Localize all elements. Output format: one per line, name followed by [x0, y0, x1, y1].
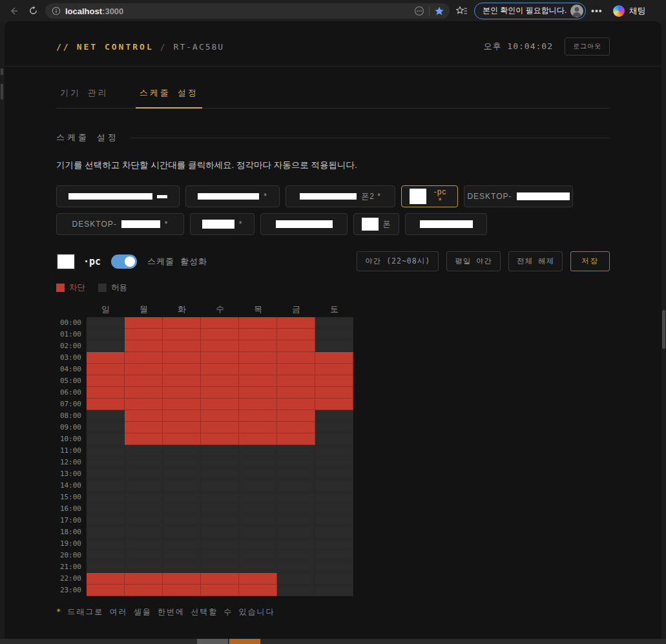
schedule-cell-allowed[interactable]: [201, 515, 239, 526]
schedule-cell-blocked[interactable]: [163, 410, 201, 422]
schedule-cell-blocked[interactable]: [87, 399, 125, 410]
schedule-cell-blocked[interactable]: [125, 433, 163, 445]
schedule-cell-allowed[interactable]: [239, 526, 277, 538]
device-button-4[interactable]: -pc *: [401, 185, 458, 207]
schedule-cell-blocked[interactable]: [201, 317, 239, 329]
scrollbar-thumb[interactable]: [662, 310, 665, 349]
schedule-cell-allowed[interactable]: [163, 468, 201, 480]
device-button-5[interactable]: DESKTOP-: [464, 185, 573, 207]
schedule-cell-allowed[interactable]: [315, 457, 353, 468]
schedule-cell-allowed[interactable]: [315, 526, 353, 538]
schedule-cell-allowed[interactable]: [87, 515, 125, 526]
schedule-cell-allowed[interactable]: [87, 561, 125, 573]
schedule-cell-blocked[interactable]: [239, 422, 277, 433]
schedule-cell-blocked[interactable]: [239, 387, 277, 399]
schedule-cell-allowed[interactable]: [87, 538, 125, 550]
schedule-cell-blocked[interactable]: [201, 375, 239, 387]
schedule-cell-allowed[interactable]: [315, 340, 353, 352]
schedule-cell-allowed[interactable]: [277, 585, 315, 596]
tab-devices[interactable]: 기기 관리: [56, 87, 112, 108]
schedule-cell-allowed[interactable]: [87, 480, 125, 492]
schedule-cell-blocked[interactable]: [239, 585, 277, 596]
taskbar-item-orange[interactable]: [229, 639, 260, 644]
schedule-cell-allowed[interactable]: [125, 457, 163, 468]
schedule-cell-blocked[interactable]: [125, 317, 163, 329]
schedule-cell-allowed[interactable]: [201, 561, 239, 573]
refresh-icon[interactable]: [26, 4, 40, 18]
schedule-cell-allowed[interactable]: [239, 480, 277, 492]
device-button-8[interactable]: [260, 213, 348, 235]
schedule-cell-allowed[interactable]: [277, 550, 315, 561]
schedule-cell-blocked[interactable]: [277, 340, 315, 352]
schedule-cell-blocked[interactable]: [239, 573, 277, 585]
schedule-cell-allowed[interactable]: [163, 550, 201, 561]
schedule-cell-allowed[interactable]: [239, 515, 277, 526]
schedule-cell-allowed[interactable]: [277, 492, 315, 503]
schedule-cell-allowed[interactable]: [315, 585, 353, 596]
schedule-cell-allowed[interactable]: [277, 526, 315, 538]
schedule-cell-allowed[interactable]: [201, 457, 239, 468]
schedule-cell-allowed[interactable]: [163, 503, 201, 515]
schedule-cell-blocked[interactable]: [125, 573, 163, 585]
schedule-cell-blocked[interactable]: [315, 364, 353, 375]
address-bar[interactable]: localhost:3000: [45, 3, 450, 19]
schedule-cell-allowed[interactable]: [315, 515, 353, 526]
schedule-cell-allowed[interactable]: [87, 457, 125, 468]
schedule-cell-allowed[interactable]: [87, 468, 125, 480]
schedule-cell-allowed[interactable]: [87, 445, 125, 457]
schedule-cell-allowed[interactable]: [315, 468, 353, 480]
schedule-cell-allowed[interactable]: [125, 538, 163, 550]
schedule-cell-blocked[interactable]: [277, 352, 315, 364]
schedule-cell-blocked[interactable]: [87, 585, 125, 596]
schedule-cell-allowed[interactable]: [315, 503, 353, 515]
schedule-cell-allowed[interactable]: [163, 538, 201, 550]
schedule-cell-blocked[interactable]: [163, 422, 201, 433]
schedule-cell-blocked[interactable]: [277, 433, 315, 445]
schedule-cell-allowed[interactable]: [239, 457, 277, 468]
schedule-cell-allowed[interactable]: [315, 410, 353, 422]
schedule-cell-allowed[interactable]: [315, 433, 353, 445]
device-button-10[interactable]: [405, 213, 487, 235]
schedule-cell-allowed[interactable]: [201, 480, 239, 492]
schedule-cell-blocked[interactable]: [125, 387, 163, 399]
preset-button-1[interactable]: 야간 (22~08시): [357, 251, 439, 271]
schedule-cell-blocked[interactable]: [315, 375, 353, 387]
schedule-cell-allowed[interactable]: [277, 457, 315, 468]
schedule-cell-allowed[interactable]: [163, 515, 201, 526]
schedule-cell-allowed[interactable]: [277, 480, 315, 492]
schedule-cell-blocked[interactable]: [277, 329, 315, 340]
schedule-cell-blocked[interactable]: [201, 329, 239, 340]
schedule-cell-allowed[interactable]: [125, 526, 163, 538]
schedule-cell-blocked[interactable]: [87, 573, 125, 585]
schedule-cell-blocked[interactable]: [163, 573, 201, 585]
schedule-cell-blocked[interactable]: [277, 317, 315, 329]
schedule-cell-blocked[interactable]: [125, 364, 163, 375]
schedule-cell-allowed[interactable]: [315, 573, 353, 585]
schedule-cell-blocked[interactable]: [201, 399, 239, 410]
schedule-cell-allowed[interactable]: [87, 410, 125, 422]
schedule-cell-allowed[interactable]: [277, 573, 315, 585]
schedule-cell-allowed[interactable]: [315, 550, 353, 561]
schedule-cell-allowed[interactable]: [315, 480, 353, 492]
bookmark-star-icon[interactable]: [434, 6, 444, 16]
schedule-cell-allowed[interactable]: [277, 468, 315, 480]
schedule-cell-blocked[interactable]: [277, 364, 315, 375]
schedule-cell-allowed[interactable]: [87, 329, 125, 340]
schedule-cell-blocked[interactable]: [163, 352, 201, 364]
schedule-cell-allowed[interactable]: [125, 445, 163, 457]
schedule-cell-blocked[interactable]: [277, 399, 315, 410]
preset-button-3[interactable]: 전체 해제: [508, 251, 563, 271]
schedule-cell-blocked[interactable]: [163, 340, 201, 352]
schedule-cell-blocked[interactable]: [239, 410, 277, 422]
schedule-cell-allowed[interactable]: [163, 526, 201, 538]
schedule-cell-blocked[interactable]: [163, 364, 201, 375]
schedule-cell-allowed[interactable]: [201, 503, 239, 515]
schedule-cell-allowed[interactable]: [87, 503, 125, 515]
schedule-cell-blocked[interactable]: [87, 387, 125, 399]
schedule-cell-blocked[interactable]: [239, 399, 277, 410]
save-button[interactable]: 저장: [570, 251, 610, 271]
schedule-cell-blocked[interactable]: [125, 352, 163, 364]
favorites-list-icon[interactable]: [455, 4, 469, 18]
schedule-cell-allowed[interactable]: [277, 445, 315, 457]
schedule-cell-blocked[interactable]: [87, 364, 125, 375]
